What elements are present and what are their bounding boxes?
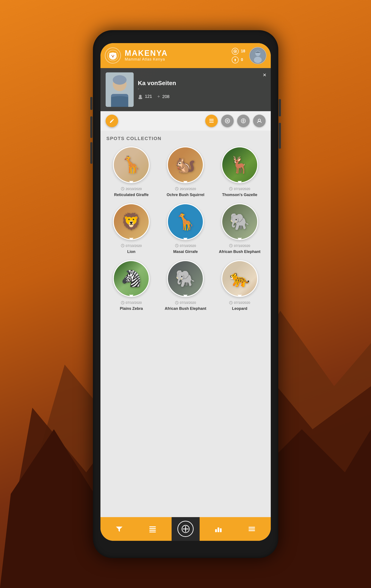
spot-circle-3: 🦁 <box>113 203 150 240</box>
notification-icon <box>232 48 239 55</box>
app-subtitle: Mammal Atlas Kenya <box>125 57 232 62</box>
spot-name-6: Plains Zebra <box>120 306 143 311</box>
alerts-count: 0 <box>241 58 243 62</box>
svg-rect-26 <box>209 122 214 123</box>
svg-rect-53 <box>220 528 222 532</box>
spot-item[interactable]: 🐿️ 20/10/2020 Ochre Bush Squirrel <box>161 147 210 197</box>
edit-button[interactable] <box>106 115 118 127</box>
bell-icon <box>232 56 239 63</box>
spot-name-8: Leopard <box>232 306 247 311</box>
volume-down-side-button <box>90 142 93 164</box>
profile-view-button[interactable] <box>253 115 265 127</box>
phone-device: MAKENYA Mammal Atlas Kenya 18 <box>93 30 278 558</box>
content-area: SPOTS COLLECTION 🦒 20/10/2020 Reticulate… <box>100 131 271 517</box>
svg-rect-54 <box>249 527 255 528</box>
notifications-count: 18 <box>241 49 245 53</box>
spot-item[interactable]: 🐆 07/10/2020 Leopard <box>215 260 265 311</box>
nav-right <box>200 517 271 541</box>
section-title: SPOTS COLLECTION <box>106 136 265 141</box>
spot-item[interactable]: 🦒 07/10/2020 Masai Girrafe <box>161 203 210 254</box>
profile-popup: Ka vonSeiten - 121 + 208 <box>100 68 271 111</box>
list-view-button[interactable] <box>205 115 218 127</box>
svg-point-17 <box>254 57 262 63</box>
svg-rect-51 <box>215 529 217 532</box>
profile-sub: - <box>138 87 265 91</box>
svg-point-7 <box>114 53 117 55</box>
spot-name-3: Lion <box>127 249 135 254</box>
spot-name-1: Ochre Bush Squirrel <box>167 192 204 197</box>
svg-point-12 <box>234 51 236 52</box>
spot-name-2: Thomson's Gazelle <box>222 192 257 197</box>
spot-name-0: Reticulated Giraffe <box>114 192 148 197</box>
app-title-block: MAKENYA Mammal Atlas Kenya <box>125 49 232 62</box>
svg-point-29 <box>227 120 228 122</box>
svg-point-6 <box>109 53 111 55</box>
spot-date-1: 20/10/2020 <box>175 187 196 191</box>
phone-notch <box>166 36 205 41</box>
profile-info: Ka vonSeiten - 121 + 208 <box>138 80 265 99</box>
power-button <box>279 99 281 116</box>
menu-button[interactable] <box>246 524 257 534</box>
user-avatar[interactable] <box>249 47 266 64</box>
spot-circle-5: 🐘 <box>221 203 258 240</box>
nav-center <box>172 517 200 541</box>
svg-rect-52 <box>218 527 219 532</box>
svg-point-10 <box>112 56 113 57</box>
spot-item[interactable]: 🐘 07/10/2020 African Bush Elephant <box>161 260 210 311</box>
spot-item[interactable]: 🐘 07/10/2020 African Bush Elephant <box>215 203 265 254</box>
svg-point-22 <box>139 95 142 97</box>
volume-middle-button <box>90 116 93 138</box>
bottom-nav <box>100 517 271 541</box>
app-logo <box>105 47 121 63</box>
notifications-stat: 18 <box>232 48 245 55</box>
spot-date-7: 07/10/2020 <box>175 301 196 304</box>
svg-point-20 <box>113 75 127 85</box>
spot-date-2: 07/10/2020 <box>229 187 250 191</box>
svg-rect-47 <box>149 528 151 529</box>
svg-rect-48 <box>149 530 151 531</box>
close-button[interactable]: × <box>263 72 266 78</box>
alerts-stat: 0 <box>232 56 245 63</box>
spot-circle-6: 🦓 <box>113 260 150 297</box>
spot-date-0: 20/10/2020 <box>121 187 142 191</box>
spot-item[interactable]: 🦁 07/10/2020 Lion <box>106 203 156 254</box>
spot-date-5: 07/10/2020 <box>229 244 250 248</box>
spot-name-7: African Bush Elephant <box>165 306 206 311</box>
spot-item[interactable]: 🦒 20/10/2020 Reticulated Giraffe <box>106 147 156 197</box>
svg-rect-46 <box>149 526 151 527</box>
map-view-button[interactable] <box>221 115 234 127</box>
spot-name-4: Masai Girrafe <box>173 249 198 254</box>
spot-date-4: 07/10/2020 <box>175 244 196 248</box>
spot-circle-4: 🦒 <box>167 203 204 240</box>
svg-point-14 <box>235 61 236 61</box>
spot-circle-7: 🐘 <box>167 260 204 297</box>
list-button[interactable] <box>147 524 158 534</box>
spot-item[interactable]: 🦓 07/10/2020 Plains Zebra <box>106 260 156 311</box>
profile-counters: 121 + 208 <box>138 94 265 99</box>
spot-date-8: 07/10/2020 <box>229 301 250 304</box>
svg-point-23 <box>138 97 142 99</box>
volume-down-button <box>279 123 281 149</box>
svg-rect-27 <box>209 119 210 120</box>
svg-rect-49 <box>149 532 151 532</box>
spot-item[interactable]: 🦌 07/10/2020 Thomson's Gazelle <box>215 147 265 197</box>
svg-point-9 <box>113 55 114 56</box>
filter-button[interactable] <box>114 524 125 534</box>
spot-circle-2: 🦌 <box>221 147 258 183</box>
spot-circle-1: 🐿️ <box>167 147 204 183</box>
svg-point-31 <box>258 119 260 121</box>
spot-name-5: African Bush Elephant <box>219 249 260 254</box>
trophy-view-button[interactable] <box>237 115 250 127</box>
chart-button[interactable] <box>213 524 224 534</box>
profile-popup-wrapper: Ka vonSeiten - 121 + 208 <box>100 68 271 111</box>
spot-circle-8: 🐆 <box>221 260 258 297</box>
add-spot-button[interactable] <box>177 521 194 537</box>
phone-screen: MAKENYA Mammal Atlas Kenya 18 <box>100 43 271 541</box>
volume-up-button <box>90 97 93 110</box>
nav-left <box>100 517 172 541</box>
app-header: MAKENYA Mammal Atlas Kenya 18 <box>100 43 271 68</box>
spot-date-3: 07/10/2020 <box>121 244 142 248</box>
app-name: MAKENYA <box>125 49 232 57</box>
profile-name: Ka vonSeiten <box>138 80 265 87</box>
svg-point-8 <box>111 55 112 56</box>
